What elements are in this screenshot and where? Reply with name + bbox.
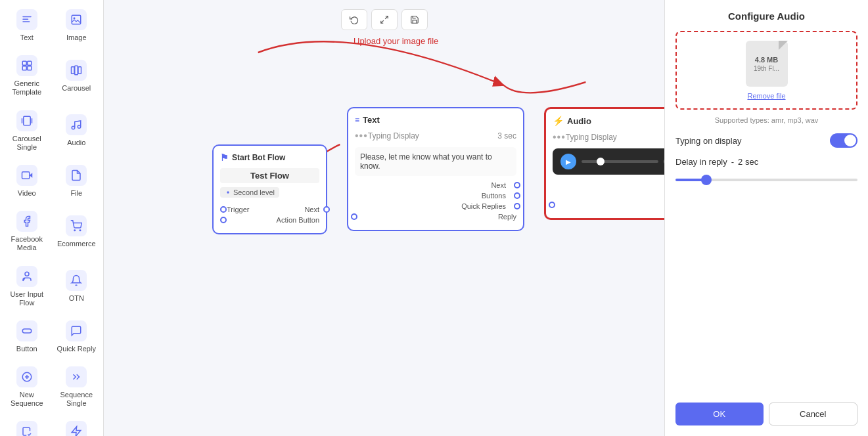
typing-on-display-toggle[interactable] bbox=[830, 133, 857, 148]
sidebar-item-label-generic-template: Generic Template bbox=[5, 79, 49, 97]
sidebar-item-carousel[interactable]: Carousel bbox=[53, 49, 101, 102]
delay-slider[interactable] bbox=[675, 179, 857, 181]
svg-rect-3 bbox=[72, 15, 81, 24]
sidebar-item-audio[interactable]: Audio bbox=[53, 104, 101, 157]
audio-reply-row: Reply bbox=[553, 201, 664, 209]
save-button[interactable] bbox=[401, 9, 428, 30]
svg-rect-9 bbox=[72, 67, 75, 74]
cancel-button[interactable]: Cancel bbox=[769, 403, 858, 425]
video-icon bbox=[16, 165, 37, 186]
svg-rect-6 bbox=[28, 61, 32, 65]
sidebar-item-carousel-single[interactable]: Carousel Single bbox=[3, 104, 51, 157]
audio-time: 0:00 / 2:00 bbox=[664, 158, 664, 165]
start-node-tag: Second level bbox=[220, 187, 279, 198]
action-button-icon bbox=[16, 421, 37, 436]
sidebar-item-trigger[interactable]: Trigger bbox=[53, 414, 101, 436]
sidebar-item-label-carousel: Carousel bbox=[62, 84, 91, 93]
action-dot-left bbox=[220, 217, 227, 223]
sidebar-item-label-file: File bbox=[70, 189, 82, 198]
progress-bar[interactable] bbox=[582, 160, 658, 163]
trigger-dot-left bbox=[220, 206, 227, 213]
audio-player: ▶ 0:00 / 2:00 🔊 bbox=[553, 148, 664, 175]
panel-actions: OK Cancel bbox=[675, 403, 857, 425]
sidebar-item-action-button[interactable]: Action Button bbox=[3, 414, 51, 436]
sidebar-item-quick-reply[interactable]: Quick Reply bbox=[53, 314, 101, 359]
svg-rect-0 bbox=[22, 16, 32, 18]
sidebar-item-label-audio: Audio bbox=[67, 139, 85, 147]
sidebar-item-new-sequence[interactable]: New Sequence bbox=[3, 360, 51, 413]
start-node-title: Start Bot Flow bbox=[232, 153, 285, 162]
generic-template-icon bbox=[16, 55, 37, 76]
ok-button[interactable]: OK bbox=[675, 403, 764, 425]
sidebar-item-label-button: Button bbox=[16, 345, 37, 353]
quick-reply-icon bbox=[66, 320, 87, 341]
text-quick-replies-dot bbox=[514, 203, 520, 209]
text-icon bbox=[16, 9, 37, 30]
play-button[interactable]: ▶ bbox=[560, 154, 576, 169]
right-panel: Configure Audio 4.8 MB 19th Fl... Remove… bbox=[664, 0, 868, 436]
sidebar-item-file[interactable]: File bbox=[53, 158, 101, 203]
delay-separator: - bbox=[731, 157, 734, 167]
audio-node-title: Audio bbox=[567, 116, 591, 126]
reset-button[interactable] bbox=[341, 9, 367, 30]
fit-button[interactable] bbox=[371, 9, 398, 30]
sidebar-item-label-ecommerce: Ecommerce bbox=[57, 240, 96, 248]
sidebar-item-label-sequence-single: Sequence Single bbox=[55, 391, 99, 408]
file-icon bbox=[66, 165, 87, 186]
sidebar-item-ecommerce[interactable]: Ecommerce bbox=[53, 204, 101, 257]
text-node-title: Text bbox=[363, 115, 380, 125]
text-node-icon: ≡ bbox=[355, 116, 359, 125]
svg-rect-21 bbox=[22, 329, 32, 333]
delay-value: 2 sec bbox=[738, 157, 758, 167]
svg-rect-10 bbox=[75, 66, 78, 75]
sidebar-item-user-input-flow[interactable]: User Input Flow bbox=[3, 259, 51, 313]
svg-point-17 bbox=[74, 230, 76, 231]
sidebar-item-label-facebook-media: Facebook Media bbox=[5, 235, 49, 252]
trigger-icon bbox=[66, 421, 87, 436]
sidebar-item-button[interactable]: Button bbox=[3, 314, 51, 359]
new-sequence-icon bbox=[16, 366, 37, 387]
delay-label: Delay in reply bbox=[675, 157, 727, 167]
svg-rect-8 bbox=[28, 66, 32, 70]
text-typing-sec: 3 sec bbox=[497, 131, 516, 141]
svg-rect-1 bbox=[22, 19, 28, 20]
audio-node-icon: ⚡ bbox=[553, 116, 564, 126]
button-icon bbox=[16, 320, 37, 341]
sidebar-item-generic-template[interactable]: Generic Template bbox=[3, 49, 51, 102]
text-buttons-row: Buttons bbox=[355, 192, 516, 200]
sidebar-item-label-image: Image bbox=[66, 33, 87, 42]
sidebar-item-image[interactable]: Image bbox=[53, 3, 101, 47]
text-node-body: Please, let me know what you want to kno… bbox=[355, 147, 516, 176]
svg-line-27 bbox=[380, 20, 383, 23]
file-name: 19th Fl... bbox=[754, 65, 779, 72]
sidebar-item-otn[interactable]: OTN bbox=[53, 259, 101, 313]
canvas: Upload your image file ⚑ Start Bot Flow … bbox=[104, 0, 664, 436]
sidebar-item-sequence-single[interactable]: Sequence Single bbox=[53, 360, 101, 413]
file-thumb: 4.8 MB 19th Fl... Remove file bbox=[746, 41, 788, 100]
svg-line-26 bbox=[385, 16, 388, 19]
svg-marker-25 bbox=[72, 427, 81, 436]
text-reply-row: Reply bbox=[355, 213, 516, 221]
upload-area[interactable]: 4.8 MB 19th Fl... Remove file bbox=[675, 31, 857, 110]
node-start-bot-flow: ⚑ Start Bot Flow Test Flow Second level … bbox=[212, 144, 327, 234]
facebook-media-icon bbox=[16, 211, 37, 232]
carousel-single-icon bbox=[16, 110, 37, 131]
sidebar-item-video[interactable]: Video bbox=[3, 158, 51, 203]
audio-reply-dot bbox=[549, 202, 555, 208]
text-buttons-dot bbox=[514, 192, 520, 199]
ecommerce-icon bbox=[66, 215, 87, 236]
text-reply-dot bbox=[351, 213, 357, 220]
sidebar-item-label-quick-reply: Quick Reply bbox=[57, 345, 96, 353]
svg-point-18 bbox=[80, 230, 81, 231]
user-input-flow-icon bbox=[16, 266, 37, 287]
remove-file-link[interactable]: Remove file bbox=[747, 92, 785, 100]
audio-quick-replies-row: Quick Replies bbox=[553, 190, 664, 198]
sidebar-item-label-carousel-single: Carousel Single bbox=[5, 135, 49, 152]
sidebar-item-facebook-media[interactable]: Facebook Media bbox=[3, 204, 51, 257]
progress-thumb bbox=[597, 158, 605, 165]
sidebar-item-text[interactable]: Text bbox=[3, 3, 51, 47]
svg-rect-2 bbox=[22, 21, 30, 22]
carousel-icon bbox=[66, 60, 87, 81]
audio-typing-label: Typing Display bbox=[566, 133, 617, 142]
typing-on-display-row: Typing on display bbox=[675, 133, 857, 148]
